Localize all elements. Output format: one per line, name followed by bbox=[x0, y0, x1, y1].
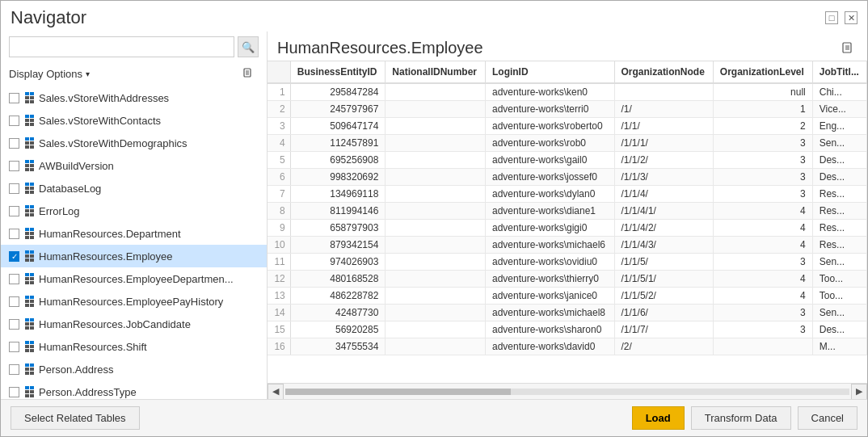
table-cell: /1/1/2/ bbox=[614, 152, 713, 169]
left-panel: 🔍 Display Options ▾ bbox=[1, 32, 268, 399]
close-button[interactable]: ✕ bbox=[845, 11, 857, 24]
table-cell: 811994146 bbox=[290, 203, 386, 220]
nav-item[interactable]: Person.Address bbox=[1, 358, 267, 380]
nav-item-checkbox[interactable]: ✓ bbox=[9, 251, 19, 262]
nav-item[interactable]: DatabaseLog bbox=[1, 177, 267, 200]
nav-item-label: ErrorLog bbox=[39, 205, 80, 217]
table-row: 2245797967adventure-works\terri0/1/1Vice… bbox=[268, 101, 867, 118]
nav-item[interactable]: ✓ HumanResources.Employee bbox=[1, 245, 267, 267]
nav-item-label: HumanResources.EmployeePayHistory bbox=[39, 296, 223, 308]
nav-item-checkbox[interactable] bbox=[9, 229, 19, 239]
table-cell: /1/1/1/ bbox=[614, 135, 713, 152]
nav-item-checkbox[interactable] bbox=[9, 342, 19, 352]
nav-item[interactable]: Sales.vStoreWithAddresses bbox=[1, 86, 267, 109]
display-options-button[interactable]: Display Options ▾ bbox=[9, 68, 90, 80]
right-panel: HumanResources.Employee BusinessEntityID… bbox=[268, 32, 867, 399]
table-cell: /1/1/5/1/ bbox=[614, 271, 713, 288]
table-cell: adventure-works\ken0 bbox=[485, 83, 614, 101]
nav-item-checkbox[interactable] bbox=[9, 161, 19, 171]
nav-item-label: HumanResources.Shift bbox=[39, 341, 147, 353]
preview-export-button[interactable] bbox=[838, 38, 857, 57]
search-button[interactable]: 🔍 bbox=[238, 36, 259, 57]
nav-item-checkbox[interactable] bbox=[9, 274, 19, 284]
table-cell: Des... bbox=[812, 169, 866, 186]
scroll-track[interactable] bbox=[285, 389, 849, 395]
nav-item[interactable]: Sales.vStoreWithDemographics bbox=[1, 132, 267, 154]
nav-item-label: Person.AddressType bbox=[39, 386, 137, 398]
chevron-down-icon: ▾ bbox=[86, 69, 90, 78]
select-related-tables-button[interactable]: Select Related Tables bbox=[11, 406, 140, 430]
nav-item-checkbox[interactable] bbox=[9, 387, 19, 397]
table-row: 5695256908adventure-works\gail0/1/1/2/3D… bbox=[268, 152, 867, 169]
row-number: 2 bbox=[268, 101, 290, 118]
table-cell: /1/1/3/ bbox=[614, 169, 713, 186]
scroll-right-button[interactable]: ▶ bbox=[851, 384, 867, 400]
table-cell bbox=[386, 220, 486, 237]
table-cell: 4 bbox=[713, 220, 812, 237]
nav-list[interactable]: Sales.vStoreWithAddresses Sales.vStoreWi… bbox=[1, 86, 267, 399]
table-row: 6998320692adventure-works\jossef0/1/1/3/… bbox=[268, 169, 867, 186]
row-number: 1 bbox=[268, 83, 290, 101]
nav-item-checkbox[interactable] bbox=[9, 296, 19, 307]
nav-item[interactable]: AWBuildVersion bbox=[1, 154, 267, 177]
table-cell: 486228782 bbox=[290, 288, 386, 305]
table-cell bbox=[386, 118, 486, 135]
nav-item[interactable]: HumanResources.Shift bbox=[1, 335, 267, 358]
table-icon bbox=[23, 250, 36, 262]
content-area: 🔍 Display Options ▾ bbox=[1, 32, 867, 399]
nav-item-checkbox[interactable] bbox=[9, 116, 19, 126]
table-cell: 112457891 bbox=[290, 135, 386, 152]
table-cell: 245797967 bbox=[290, 101, 386, 118]
nav-item[interactable]: Sales.vStoreWithContacts bbox=[1, 109, 267, 132]
row-number: 8 bbox=[268, 203, 290, 220]
table-cell: 56920285 bbox=[290, 321, 386, 338]
nav-page-icon-button[interactable] bbox=[239, 64, 259, 83]
nav-item-label: Sales.vStoreWithAddresses bbox=[39, 92, 169, 104]
cancel-button[interactable]: Cancel bbox=[798, 406, 857, 430]
row-number: 16 bbox=[268, 338, 290, 355]
table-row: 3509647174adventure-works\roberto0/1/1/2… bbox=[268, 118, 867, 135]
nav-item[interactable]: Person.AddressType bbox=[1, 380, 267, 399]
table-row: 12480168528adventure-works\thierry0/1/1/… bbox=[268, 271, 867, 288]
table-cell: Chi... bbox=[812, 83, 866, 101]
data-table-container[interactable]: BusinessEntityIDNationalIDNumberLoginIDO… bbox=[268, 61, 867, 383]
table-cell: adventure-works\roberto0 bbox=[485, 118, 614, 135]
table-cell: Res... bbox=[812, 203, 866, 220]
scroll-left-button[interactable]: ◀ bbox=[268, 384, 284, 400]
table-cell bbox=[386, 101, 486, 118]
nav-item[interactable]: HumanResources.EmployeeDepartmen... bbox=[1, 267, 267, 290]
table-cell: /1/ bbox=[614, 101, 713, 118]
nav-item-checkbox[interactable] bbox=[9, 138, 19, 149]
search-input[interactable] bbox=[9, 36, 234, 57]
minimize-button[interactable]: □ bbox=[825, 11, 838, 24]
load-button[interactable]: Load bbox=[632, 406, 685, 430]
table-row: 4112457891adventure-works\rob0/1/1/1/3Se… bbox=[268, 135, 867, 152]
nav-item-checkbox[interactable] bbox=[9, 183, 19, 194]
nav-item[interactable]: HumanResources.Department bbox=[1, 222, 267, 245]
table-cell bbox=[386, 152, 486, 169]
nav-item[interactable]: HumanResources.JobCandidate bbox=[1, 313, 267, 335]
table-icon bbox=[23, 183, 36, 194]
row-number: 7 bbox=[268, 186, 290, 203]
table-header-cell: OrganizationNode bbox=[614, 61, 713, 83]
nav-item-checkbox[interactable] bbox=[9, 206, 19, 216]
table-cell: adventure-works\david0 bbox=[485, 338, 614, 355]
table-cell: M... bbox=[812, 338, 866, 355]
nav-item[interactable]: ErrorLog bbox=[1, 200, 267, 222]
nav-item-checkbox[interactable] bbox=[9, 93, 19, 103]
table-header-cell: OrganizationLevel bbox=[713, 61, 812, 83]
transform-data-button[interactable]: Transform Data bbox=[691, 406, 791, 430]
footer-right: Load Transform Data Cancel bbox=[632, 406, 857, 430]
table-row: 1634755534adventure-works\david0/2/M... bbox=[268, 338, 867, 355]
nav-item[interactable]: HumanResources.EmployeePayHistory bbox=[1, 290, 267, 313]
table-cell: 3 bbox=[713, 135, 812, 152]
data-table: BusinessEntityIDNationalIDNumberLoginIDO… bbox=[268, 61, 867, 355]
nav-item-checkbox[interactable] bbox=[9, 319, 19, 330]
table-cell: /1/1/5/ bbox=[614, 254, 713, 271]
table-cell: /1/1/4/1/ bbox=[614, 203, 713, 220]
table-cell: 695256908 bbox=[290, 152, 386, 169]
table-row: 1556920285adventure-works\sharon0/1/1/7/… bbox=[268, 321, 867, 338]
horizontal-scrollbar[interactable]: ◀ ▶ bbox=[268, 383, 867, 399]
nav-item-checkbox[interactable] bbox=[9, 364, 19, 375]
table-cell bbox=[386, 338, 486, 355]
